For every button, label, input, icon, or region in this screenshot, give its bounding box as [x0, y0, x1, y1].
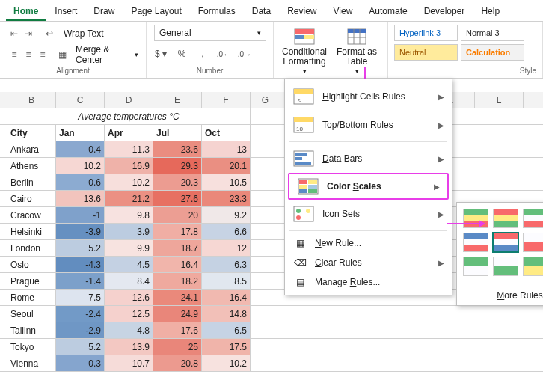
col-header[interactable]: F: [202, 92, 251, 108]
col-header[interactable]: L: [475, 92, 524, 108]
tab-draw[interactable]: Draw: [86, 3, 122, 21]
city-cell[interactable]: Tokyo: [7, 339, 56, 355]
tab-page-layout[interactable]: Page Layout: [123, 3, 188, 21]
data-cell[interactable]: 4.5: [105, 257, 153, 272]
data-cell[interactable]: 18.7: [153, 240, 202, 256]
tab-review[interactable]: Review: [280, 3, 324, 21]
percent-icon[interactable]: %: [175, 47, 188, 61]
indent-increase-icon[interactable]: ⇥: [22, 27, 35, 40]
menu-color-scales[interactable]: Color Scales ▶: [288, 173, 449, 200]
tab-insert[interactable]: Insert: [47, 3, 85, 21]
city-cell[interactable]: Rome: [7, 290, 56, 305]
menu-manage-rules[interactable]: ▤ Manage Rules...: [285, 272, 452, 292]
col-header[interactable]: B: [7, 92, 56, 108]
color-scale-preset[interactable]: [463, 233, 488, 252]
comma-icon[interactable]: ,: [196, 47, 209, 61]
data-cell[interactable]: 20: [153, 207, 202, 223]
data-cell[interactable]: 0.3: [56, 355, 105, 371]
data-cell[interactable]: 10.2: [56, 158, 105, 174]
style-hyperlink[interactable]: Hyperlink 3: [394, 25, 458, 41]
indent-decrease-icon[interactable]: ⇤: [7, 27, 21, 40]
tab-help[interactable]: Help: [473, 3, 507, 21]
tab-home[interactable]: Home: [6, 3, 46, 21]
menu-top-bottom[interactable]: 10 Top/Bottom Rules ▶: [285, 111, 452, 139]
data-cell[interactable]: -3.9: [56, 224, 105, 239]
city-cell[interactable]: Oslo: [7, 257, 56, 272]
data-cell[interactable]: 29.3: [153, 158, 202, 174]
tab-view[interactable]: View: [326, 3, 361, 21]
menu-icon-sets[interactable]: Icon Sets ▶: [285, 200, 452, 228]
data-cell[interactable]: 18.2: [153, 273, 202, 289]
data-cell[interactable]: 4.8: [105, 322, 153, 338]
color-scale-preset[interactable]: [523, 257, 543, 276]
tab-formulas[interactable]: Formulas: [191, 3, 243, 21]
data-cell[interactable]: 17.5: [202, 339, 251, 355]
data-cell[interactable]: 6.6: [202, 224, 251, 239]
data-cell[interactable]: 8.5: [202, 273, 251, 289]
data-cell[interactable]: -2.9: [56, 322, 105, 338]
data-cell[interactable]: 20.1: [202, 158, 251, 174]
data-cell[interactable]: 25: [153, 339, 202, 355]
color-scale-preset[interactable]: [463, 257, 488, 276]
tab-developer[interactable]: Developer: [417, 3, 473, 21]
city-cell[interactable]: Helsinki: [7, 224, 56, 239]
data-cell[interactable]: -2.4: [56, 306, 105, 322]
city-cell[interactable]: Seoul: [7, 306, 56, 322]
color-scale-preset[interactable]: [493, 233, 518, 252]
data-cell[interactable]: 17.6: [153, 322, 202, 338]
city-cell[interactable]: Ankara: [7, 141, 56, 157]
number-format-dropdown[interactable]: General ▾: [154, 25, 266, 41]
conditional-formatting-button[interactable]: Conditional Formatting ▾: [278, 25, 331, 76]
merge-icon[interactable]: ▦: [57, 48, 68, 61]
data-cell[interactable]: 14.8: [202, 306, 251, 322]
data-cell[interactable]: 5.2: [56, 339, 105, 355]
data-cell[interactable]: 7.5: [56, 290, 105, 305]
data-cell[interactable]: 24.9: [153, 306, 202, 322]
data-cell[interactable]: 23.3: [202, 191, 251, 206]
data-cell[interactable]: 10.2: [202, 355, 251, 371]
data-cell[interactable]: 24.1: [153, 290, 202, 305]
data-cell[interactable]: 3.9: [105, 224, 153, 239]
city-cell[interactable]: Athens: [7, 158, 56, 174]
data-cell[interactable]: 16.9: [105, 158, 153, 174]
data-cell[interactable]: -1: [56, 207, 105, 223]
style-calculation[interactable]: Calculation: [461, 44, 524, 61]
city-cell[interactable]: London: [7, 240, 56, 256]
data-cell[interactable]: 6.3: [202, 257, 251, 272]
more-rules-button[interactable]: More Rules...: [463, 286, 543, 302]
data-cell[interactable]: 13.9: [105, 339, 153, 355]
tab-data[interactable]: Data: [245, 3, 278, 21]
data-cell[interactable]: 10.5: [202, 174, 251, 190]
data-cell[interactable]: -1.4: [56, 273, 105, 289]
decrease-decimal-icon[interactable]: .0→: [238, 47, 251, 61]
city-cell[interactable]: Berlin: [7, 174, 56, 190]
data-cell[interactable]: 0.4: [56, 141, 105, 157]
style-normal[interactable]: Normal 3: [461, 25, 524, 41]
data-cell[interactable]: 13: [202, 141, 251, 157]
increase-decimal-icon[interactable]: .0←: [217, 47, 230, 61]
color-scale-preset[interactable]: [493, 209, 518, 228]
wrap-text-icon[interactable]: ↩: [43, 27, 56, 40]
data-cell[interactable]: 11.3: [105, 141, 153, 157]
data-cell[interactable]: 12.5: [105, 306, 153, 322]
data-cell[interactable]: 12: [202, 240, 251, 256]
wrap-text-label[interactable]: Wrap Text: [64, 28, 104, 39]
data-cell[interactable]: 8.4: [105, 273, 153, 289]
data-cell[interactable]: -4.3: [56, 257, 105, 272]
city-cell[interactable]: Cairo: [7, 191, 56, 206]
data-cell[interactable]: 21.2: [105, 191, 153, 206]
data-cell[interactable]: 10.7: [105, 355, 153, 371]
align-center-icon[interactable]: ≡: [22, 48, 35, 61]
style-neutral[interactable]: Neutral: [394, 44, 458, 61]
col-header[interactable]: E: [153, 92, 202, 108]
chevron-down-icon[interactable]: ▾: [135, 51, 138, 58]
format-as-table-button[interactable]: Format as Table ▾: [331, 25, 383, 76]
data-cell[interactable]: 9.9: [105, 240, 153, 256]
col-header[interactable]: D: [105, 92, 153, 108]
menu-highlight-cells[interactable]: ≤ Highlight Cells Rules ▶: [285, 82, 452, 111]
data-cell[interactable]: 5.2: [56, 240, 105, 256]
city-cell[interactable]: Prague: [7, 273, 56, 289]
menu-new-rule[interactable]: ▦ New Rule...: [285, 233, 452, 253]
data-cell[interactable]: 10.2: [105, 174, 153, 190]
align-right-icon[interactable]: ≡: [36, 48, 49, 61]
